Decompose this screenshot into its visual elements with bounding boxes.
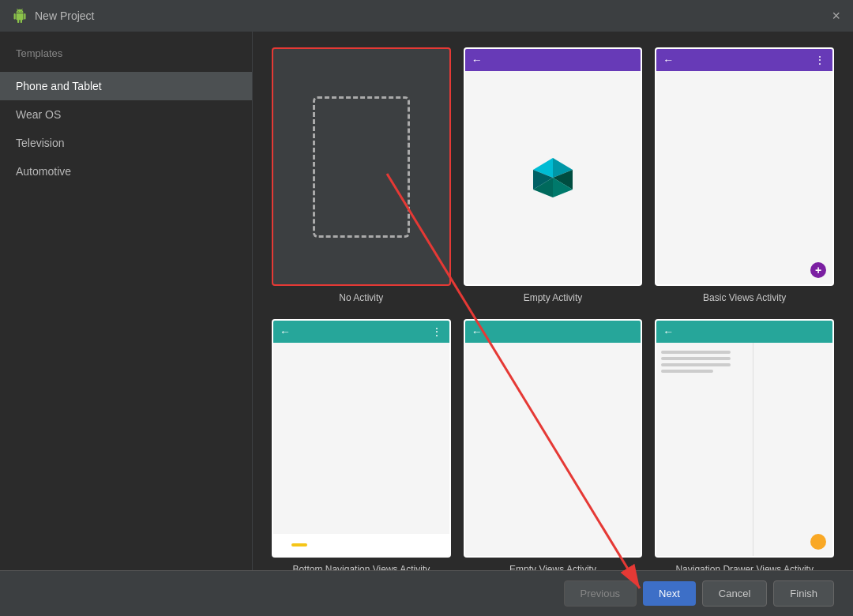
sidebar-item-phone-tablet[interactable]: Phone and Tablet bbox=[0, 72, 252, 100]
drawer-line-1 bbox=[661, 351, 731, 354]
drawer-line-3 bbox=[661, 363, 731, 366]
basic-views-body: + bbox=[656, 71, 832, 284]
nav-drawer-fab bbox=[810, 534, 826, 550]
fab-button: + bbox=[810, 262, 826, 278]
template-item-no-activity[interactable]: No Activity bbox=[272, 47, 451, 303]
bottom-nav-header: ← ⋮ bbox=[273, 321, 449, 343]
drawer-line-2 bbox=[661, 357, 731, 360]
nav-drawer-header: ← bbox=[656, 321, 832, 343]
empty-views-card[interactable]: ← bbox=[464, 319, 643, 558]
nav-drawer-body bbox=[656, 343, 832, 556]
sidebar-item-automotive[interactable]: Automotive bbox=[0, 157, 252, 186]
finish-button[interactable]: Finish bbox=[773, 580, 834, 607]
basic-views-mock: ← ⋮ + bbox=[656, 49, 832, 284]
cancel-button[interactable]: Cancel bbox=[702, 580, 767, 607]
cube-icon bbox=[529, 154, 577, 201]
drawer-line-4 bbox=[661, 370, 713, 373]
no-activity-label: No Activity bbox=[339, 292, 383, 303]
android-logo bbox=[13, 9, 27, 23]
bottom-nav-bar bbox=[273, 534, 449, 556]
nav-drawer-back-arrow: ← bbox=[663, 325, 674, 338]
bottom-nav-body bbox=[273, 343, 449, 556]
drawer-panel bbox=[656, 343, 753, 556]
bottom-nav-card[interactable]: ← ⋮ bbox=[272, 319, 451, 558]
nav-dot bbox=[291, 543, 307, 547]
basic-views-label: Basic Views Activity bbox=[703, 292, 786, 303]
bottom-nav-back-arrow: ← bbox=[280, 325, 291, 338]
nav-drawer-mock: ← bbox=[656, 321, 832, 556]
basic-views-header: ← ⋮ bbox=[656, 49, 832, 71]
nav-drawer-label: Navigation Drawer Views Activity bbox=[675, 564, 814, 570]
template-item-empty-activity[interactable]: ← bbox=[464, 47, 643, 303]
nav-indicator bbox=[273, 534, 326, 556]
template-item-empty-views[interactable]: ← Empty Views Activity bbox=[464, 319, 643, 570]
sidebar-item-television[interactable]: Television bbox=[0, 129, 252, 157]
empty-activity-body bbox=[465, 71, 641, 284]
next-button[interactable]: Next bbox=[643, 581, 696, 606]
basic-views-card[interactable]: ← ⋮ + bbox=[655, 47, 834, 286]
template-area: No Activity ← bbox=[253, 32, 853, 570]
sidebar: Templates Phone and Tablet Wear OS Telev… bbox=[0, 32, 253, 570]
empty-views-header: ← bbox=[465, 321, 641, 343]
previous-button[interactable]: Previous bbox=[564, 580, 637, 607]
empty-activity-header: ← bbox=[465, 49, 641, 71]
templates-label: Templates bbox=[0, 47, 252, 72]
bottom-bar: Previous Next Cancel Finish bbox=[0, 570, 853, 616]
sidebar-item-wear-os[interactable]: Wear OS bbox=[0, 100, 252, 129]
bottom-nav-menu-dots: ⋮ bbox=[431, 325, 443, 338]
main-content: Templates Phone and Tablet Wear OS Telev… bbox=[0, 32, 853, 570]
nav-drawer-card[interactable]: ← bbox=[655, 319, 834, 558]
empty-views-label: Empty Views Activity bbox=[509, 564, 596, 570]
no-activity-dashed-box bbox=[313, 96, 409, 238]
empty-activity-mock: ← bbox=[465, 49, 641, 284]
empty-activity-label: Empty Activity bbox=[524, 292, 583, 303]
basic-back-arrow: ← bbox=[663, 54, 674, 66]
back-arrow-icon: ← bbox=[472, 54, 483, 66]
bottom-nav-mock: ← ⋮ bbox=[273, 321, 449, 556]
empty-views-mock: ← bbox=[465, 321, 641, 556]
title-bar: New Project × bbox=[0, 0, 853, 32]
empty-views-back-arrow: ← bbox=[472, 325, 483, 338]
basic-menu-dots: ⋮ bbox=[814, 54, 826, 66]
template-item-nav-drawer[interactable]: ← Navigation Drawer bbox=[655, 319, 834, 570]
dialog-title: New Project bbox=[35, 9, 94, 22]
empty-activity-card[interactable]: ← bbox=[464, 47, 643, 286]
template-item-basic-views[interactable]: ← ⋮ + Basic Views Activity bbox=[655, 47, 834, 303]
close-button[interactable]: × bbox=[832, 9, 840, 23]
bottom-nav-label: Bottom Navigation Views Activity bbox=[292, 564, 430, 570]
no-activity-card[interactable] bbox=[272, 47, 451, 286]
empty-views-body bbox=[465, 343, 641, 556]
title-bar-left: New Project bbox=[13, 9, 94, 23]
template-grid: No Activity ← bbox=[272, 47, 834, 570]
template-item-bottom-nav[interactable]: ← ⋮ Bottom Navigation Views Activity bbox=[272, 319, 451, 570]
